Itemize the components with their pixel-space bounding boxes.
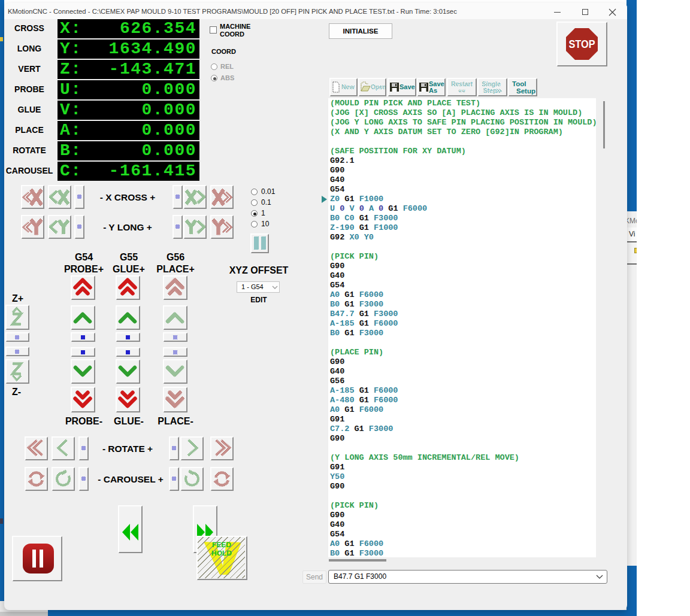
svg-text:New: New [341, 83, 355, 90]
svg-text:Open: Open [371, 84, 386, 90]
svg-text:Save: Save [400, 83, 415, 90]
svg-text:HOLD: HOLD [211, 549, 232, 557]
svg-text:FEED: FEED [212, 541, 231, 549]
svg-text:As: As [429, 87, 437, 94]
svg-text:STOP: STOP [569, 38, 595, 50]
svg-text:Setup: Setup [516, 87, 535, 95]
svg-text:Step: Step [483, 87, 497, 94]
svg-text:Tool: Tool [512, 80, 526, 87]
svg-text:««: «« [458, 87, 465, 94]
